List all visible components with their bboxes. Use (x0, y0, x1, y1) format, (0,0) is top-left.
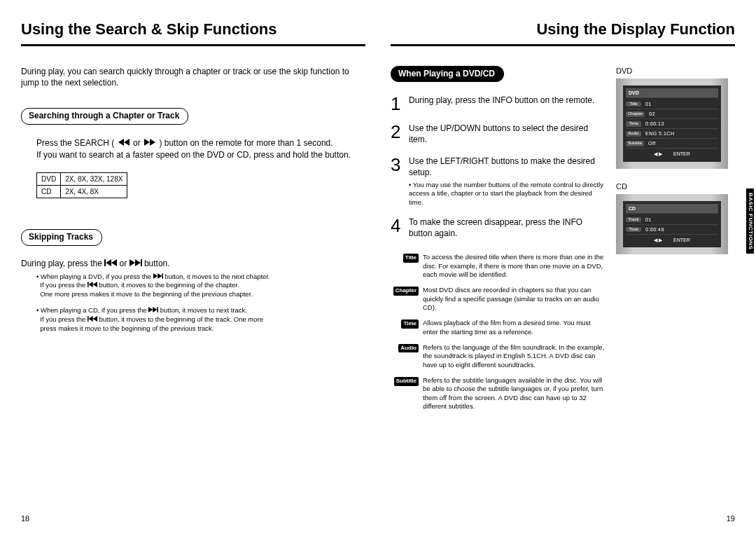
svg-rect-12 (162, 273, 163, 279)
def-subtitle: Subtitle Refers to the subtitle language… (391, 376, 606, 411)
step-number: 3 (391, 156, 403, 207)
step-text: Use the LEFT/RIGHT buttons to make the d… (409, 156, 606, 207)
svg-marker-3 (150, 139, 155, 146)
skip-text-1: During play, press the (21, 259, 104, 268)
right-side-column: DVD DVD Title01 Chapter02 Time0:00:13 Au… (616, 66, 735, 418)
step-number: 4 (391, 217, 403, 239)
svg-marker-14 (88, 282, 92, 287)
svg-rect-19 (88, 316, 89, 322)
def-text: Most DVD discs are recorded in chapters … (423, 286, 606, 312)
search-text-1: Press the SEARCH ( (36, 138, 114, 148)
search-text-2: ) button on the remote for more than 1 s… (159, 138, 332, 148)
def-text: Refers to the language of the film sound… (423, 343, 606, 369)
speed-table: DVD 2X, 8X, 32X, 128X CD 2X, 4X, 8X (36, 172, 127, 198)
svg-marker-7 (130, 259, 135, 266)
rewind-icon (117, 138, 133, 148)
audio-icon: Audio (398, 344, 419, 352)
skip-or: or (120, 259, 130, 268)
def-chapter: Chapter Most DVD discs are recorded in c… (391, 286, 606, 312)
title-rule (21, 44, 365, 46)
panel-header: CD (626, 204, 718, 214)
def-text: Refers to the subtitle languages availab… (423, 376, 606, 411)
svg-marker-16 (148, 307, 153, 312)
step-text: To make the screen disappear, press the … (409, 217, 606, 239)
page-number-right: 19 (727, 514, 735, 523)
svg-marker-0 (118, 139, 124, 146)
skip-note-2: • When playing a CD, if you press the bu… (21, 306, 365, 333)
title-icon: Title (403, 254, 419, 262)
right-page: Using the Display Function When Playing … (378, 0, 756, 536)
when-playing-label: When Playing a DVD/CD (391, 66, 504, 83)
skip-back-icon (88, 281, 97, 289)
cd-display-panel: CD Track01 Time0:00:48 ◀ ▶ ENTER (616, 194, 728, 254)
svg-marker-10 (153, 273, 158, 279)
svg-marker-1 (124, 139, 130, 146)
step-number: 2 (391, 123, 403, 145)
fastforward-icon (143, 138, 159, 148)
step-number: 1 (391, 95, 403, 113)
dvd-display-panel: DVD Title01 Chapter02 Time0:00:13 AudioE… (616, 78, 728, 169)
time-icon: Time (401, 319, 419, 328)
skip-text-2: button. (144, 259, 170, 268)
page-number-left: 18 (21, 514, 29, 523)
search-text-3: If you want to search at a faster speed … (36, 150, 351, 160)
search-body: Press the SEARCH ( or ) button on the re… (21, 137, 365, 162)
search-section-label: Searching through a Chapter or Track (21, 108, 188, 125)
table-cell: CD (37, 186, 61, 198)
svg-rect-4 (104, 259, 106, 266)
step3-note: • You may use the number buttons of the … (409, 181, 606, 207)
step-1: 1 During play, press the INFO button on … (391, 95, 606, 113)
svg-marker-11 (158, 273, 162, 279)
svg-marker-15 (93, 282, 97, 287)
skip-body: During play, press the or button. (21, 259, 365, 270)
step-4: 4 To make the screen disappear, press th… (391, 217, 606, 239)
step-text: Use the UP/DOWN buttons to select the de… (409, 123, 606, 145)
skip-back-icon (104, 259, 119, 268)
svg-marker-6 (111, 259, 117, 266)
svg-rect-9 (141, 259, 142, 266)
step-3: 3 Use the LEFT/RIGHT buttons to make the… (391, 156, 606, 207)
def-title: Title To access the desired title when t… (391, 253, 606, 279)
table-cell: DVD (37, 173, 61, 186)
step-text: During play, press the INFO button on th… (409, 95, 594, 113)
table-cell: 2X, 4X, 8X (61, 186, 127, 198)
right-main-column: When Playing a DVD/CD 1 During play, pre… (391, 66, 606, 418)
svg-marker-21 (93, 316, 97, 322)
subtitle-icon: Subtitle (394, 377, 419, 385)
chapter-icon: Chapter (393, 287, 419, 295)
left-page: Using the Search & Skip Functions During… (0, 0, 378, 536)
svg-rect-18 (158, 307, 159, 312)
svg-marker-17 (153, 307, 157, 312)
title-rule (391, 44, 735, 46)
def-time: Time Allows playback of the film from a … (391, 319, 606, 336)
dvd-label: DVD (616, 66, 735, 76)
svg-marker-8 (135, 259, 141, 266)
skip-fwd-icon (130, 259, 144, 268)
skip-back-icon (88, 315, 97, 323)
def-text: Allows playback of the film from a desir… (423, 319, 606, 336)
def-text: To access the desired title when there i… (423, 253, 606, 279)
page-title-left: Using the Search & Skip Functions (21, 20, 365, 41)
svg-rect-13 (88, 282, 89, 287)
skip-fwd-icon (153, 273, 163, 280)
skip-section: Skipping Tracks During play, press the o… (21, 229, 365, 333)
svg-marker-20 (88, 316, 92, 322)
skip-section-label: Skipping Tracks (21, 229, 102, 246)
svg-marker-2 (144, 139, 150, 146)
skip-note-1: • When playing a DVD, if you press the b… (21, 273, 365, 299)
search-or: or (133, 138, 143, 148)
intro-text: During play, you can search quickly thro… (21, 66, 365, 88)
side-tab: BASIC FUNCTIONS (746, 188, 756, 254)
def-audio: Audio Refers to the language of the film… (391, 343, 606, 369)
panel-header: DVD (626, 88, 718, 98)
step-2: 2 Use the UP/DOWN buttons to select the … (391, 123, 606, 145)
svg-marker-5 (106, 259, 111, 266)
cd-label: CD (616, 181, 735, 191)
table-cell: 2X, 8X, 32X, 128X (61, 173, 127, 186)
page-title-right: Using the Display Function (391, 20, 735, 41)
skip-fwd-icon (148, 306, 158, 314)
